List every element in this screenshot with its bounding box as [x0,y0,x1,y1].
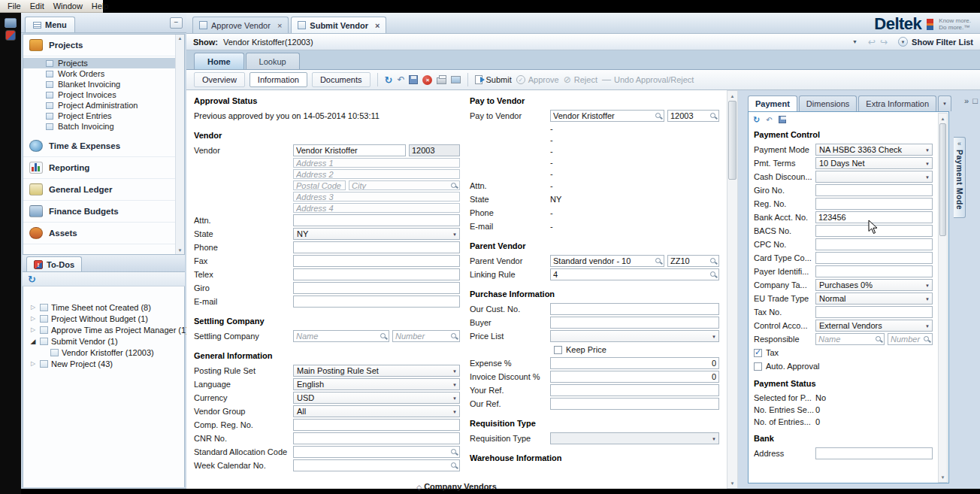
settling-company-name-input[interactable] [293,330,389,342]
tab-approve-vendor[interactable]: Approve Vendor × [192,17,289,33]
expense-percent-input[interactable] [550,357,719,369]
tab-submit-vendor[interactable]: Submit Vendor × [291,17,386,33]
expand-icon[interactable]: ▷ [29,360,37,367]
eu-trade-type-select[interactable]: Normal▼ [815,292,933,305]
comp-reg-no-input[interactable] [293,419,460,431]
undo-button[interactable]: ↶ [766,116,772,124]
tab-information[interactable]: Information [250,72,307,87]
forward-icon[interactable]: ↪ [880,37,888,47]
price-list-select[interactable]: ▼ [550,330,719,342]
refresh-button[interactable]: ↻ [385,74,393,86]
lookup-icon[interactable] [655,112,662,120]
delete-button[interactable]: × [422,75,432,85]
sidebar-item-projects[interactable]: Projects [23,35,184,56]
card-type-input[interactable] [815,252,933,264]
tax-checkbox[interactable]: ✓ [754,349,762,357]
pmt-terms-select[interactable]: 10 Days Net▼ [815,157,933,169]
sidebar-subitem-work-orders[interactable]: Work Orders [23,68,184,79]
tab-menu[interactable]: Menu [25,17,75,32]
address4-input[interactable] [293,203,460,213]
expand-panel-icon[interactable]: » [964,96,969,105]
sidebar-item-general-ledger[interactable]: General Ledger [23,179,184,201]
sidebar-item-time-expenses[interactable]: Time & Expenses [23,135,184,157]
bank-address-input[interactable] [815,447,933,459]
scroll-down-icon[interactable]: ▼ [727,478,737,488]
approve-button[interactable]: ✓ Approve [516,75,559,84]
sidebar-subitem-project-entries[interactable]: Project Entries [23,111,184,121]
invoice-discount-input[interactable] [550,371,719,383]
standard-allocation-code-input[interactable] [293,446,460,458]
currency-select[interactable]: USD▼ [293,392,460,404]
tab-documents[interactable]: Documents [312,72,371,87]
tab-todos[interactable]: ! To-Dos [26,256,82,271]
tax-no-input[interactable] [815,306,933,318]
main-scrollbar[interactable]: ▲ ▼ [727,90,738,489]
auto-approval-checkbox[interactable] [754,362,762,371]
lookup-icon[interactable] [709,271,717,278]
expand-icon[interactable]: ▷ [29,315,37,322]
sidebar-subitem-batch-invoicing[interactable]: Batch Invoicing [23,121,184,132]
lookup-icon[interactable] [380,332,387,340]
cnr-no-input[interactable] [293,432,460,444]
attn-input[interactable] [293,214,460,226]
phone-input[interactable] [293,241,460,253]
preview-button[interactable] [451,76,461,83]
scroll-down-icon[interactable]: ▼ [939,472,947,482]
undo-button[interactable]: ↶ [397,74,404,85]
todo-item-project-without-budget[interactable]: ▷ Project Without Budget (1) [23,313,184,324]
workspace-icon[interactable] [5,18,17,28]
scroll-thumb[interactable] [939,123,946,236]
your-ref-input[interactable] [550,384,719,396]
tab-extra-information[interactable]: Extra Information [858,95,936,111]
requisition-type-select[interactable]: ▼ [550,432,719,444]
tab-payment[interactable]: Payment [748,95,797,111]
save-button[interactable] [779,116,786,123]
todo-item-approve-time[interactable]: ▷ Approve Time as Project Manager (1) [23,324,184,335]
control-account-select[interactable]: External Vendors▼ [815,320,933,332]
show-record-dropdown[interactable]: Vendor Kristoffer(12003) [223,38,852,47]
menu-file[interactable]: File [3,1,26,11]
vendor-number-input[interactable] [409,144,460,156]
sidebar-item-reporting[interactable]: Reporting [23,157,184,179]
close-icon[interactable]: × [375,21,380,30]
fax-input[interactable] [293,255,460,267]
sidebar-subitem-project-administration[interactable]: Project Administration [23,100,184,111]
tab-dimensions[interactable]: Dimensions [799,95,857,111]
submit-button[interactable]: Submit [475,75,511,84]
tab-lookup[interactable]: Lookup [246,53,300,69]
expand-icon[interactable]: ▷ [29,304,37,311]
sidebar-subitem-project-invoices[interactable]: Project Invoices [23,89,184,100]
undo-approval-reject-button[interactable]: — Undo Approval/Reject [602,74,694,85]
posting-rule-set-select[interactable]: Main Posting Rule Set▼ [293,365,460,377]
buyer-input[interactable] [550,317,719,329]
sidebar-scrollbar[interactable]: ▲ ▼ [175,35,184,254]
sidebar-subitem-projects[interactable]: Projects [23,58,184,68]
keep-price-checkbox[interactable] [554,346,562,354]
payment-mode-select[interactable]: NA HSBC 3363 Check▼ [815,144,933,156]
vendor-group-select[interactable]: All▼ [293,405,460,417]
close-icon[interactable]: × [277,21,282,30]
cash-discount-select[interactable]: ▼ [815,171,933,183]
scroll-up-icon[interactable]: ▲ [939,114,947,123]
reject-button[interactable]: ⊘ Reject [564,74,597,85]
lookup-icon[interactable] [923,335,930,343]
parent-vendor-name-input[interactable] [550,255,664,267]
language-select[interactable]: English▼ [293,378,460,390]
pay-to-vendor-name-input[interactable] [550,110,664,122]
lookup-icon[interactable] [709,257,717,265]
show-filter-list-button[interactable]: ▼ Show Filter List [898,37,973,47]
splitter-icon[interactable]: ◇ [416,483,422,491]
scroll-up-icon[interactable]: ▲ [727,91,737,101]
vendor-name-input[interactable] [293,144,406,156]
todo-item-submit-vendor[interactable]: ◢ Submit Vendor (1) [23,335,184,347]
todo-item-new-project[interactable]: ▷ New Project (43) [23,358,184,369]
week-calendar-no-input[interactable] [293,459,460,471]
lookup-icon[interactable] [450,462,458,469]
chevron-down-icon[interactable]: ▼ [852,39,858,44]
panel-scrollbar[interactable]: ▲ ▼ [938,113,948,483]
sidebar-item-finance-budgets[interactable]: Finance Budgets [23,201,184,223]
lookup-icon[interactable] [450,332,458,340]
lookup-icon[interactable] [450,448,458,456]
our-cust-no-input[interactable] [550,303,719,315]
lookup-icon[interactable] [655,257,662,265]
